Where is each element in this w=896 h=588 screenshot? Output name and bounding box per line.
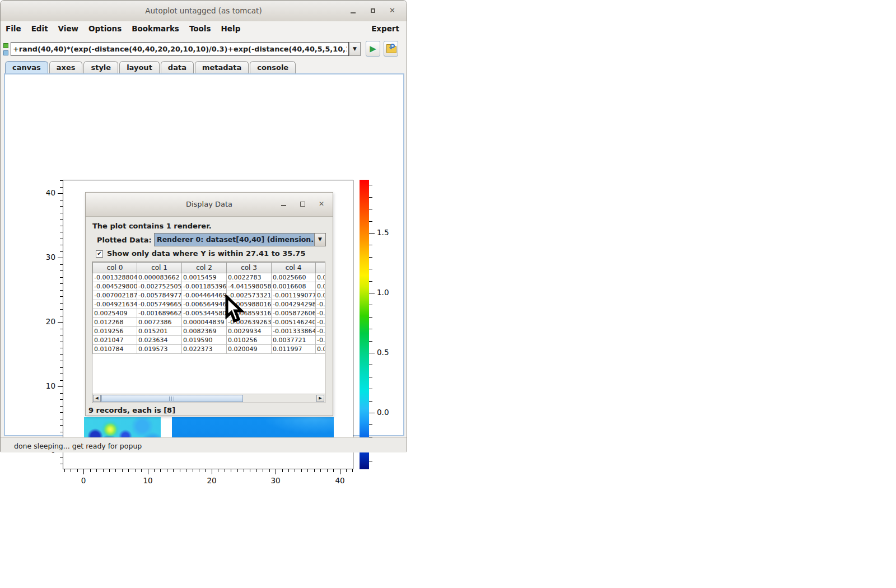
dialog-titlebar[interactable]: Display Data ✕ <box>86 193 333 217</box>
table-cell[interactable]: 0.00 <box>316 345 326 354</box>
table-cell[interactable]: -4.041598058... <box>227 282 272 291</box>
close-icon[interactable]: ✕ <box>388 7 397 15</box>
table-cell[interactable]: -0.004529800... <box>93 282 137 291</box>
scrollbar-thumb[interactable] <box>101 395 243 402</box>
menu-options[interactable]: Options <box>88 24 122 33</box>
colorbar-tick <box>369 269 372 269</box>
menu-help[interactable]: Help <box>221 24 241 33</box>
table-cell[interactable]: -0.001689662... <box>137 309 182 318</box>
tab-canvas[interactable]: canvas <box>5 61 48 73</box>
maximize-icon[interactable] <box>369 7 378 15</box>
table-cell[interactable]: -0.006564946... <box>182 300 227 309</box>
table-cell[interactable]: 0.023634 <box>137 336 182 345</box>
combobox-arrow-icon[interactable]: ▼ <box>314 234 325 246</box>
table-cell[interactable]: 0.019573 <box>137 345 182 354</box>
table-cell[interactable]: 0.0015459 <box>182 273 227 282</box>
menu-file[interactable]: File <box>6 24 21 33</box>
table-cell[interactable]: -0.001199077... <box>272 291 316 300</box>
table-cell[interactable]: -0.005146240... <box>272 318 316 327</box>
table-row[interactable]: -0.004529800...-0.002752505...-0.0011853… <box>93 282 326 291</box>
table-row[interactable]: 0.0192560.0152010.00823690.0029934-0.001… <box>93 327 326 336</box>
table-row[interactable]: 0.0107840.0195730.0223730.0200490.011997… <box>93 345 326 354</box>
table-cell[interactable]: -0.004464469... <box>182 291 227 300</box>
table-cell[interactable]: 0.021047 <box>93 336 137 345</box>
tab-console[interactable]: console <box>250 61 296 73</box>
table-cell[interactable]: -0.004294298... <box>272 300 316 309</box>
table-cell[interactable]: -0.0 <box>316 318 326 327</box>
scrollbar-right-arrow-icon[interactable]: ▶ <box>316 395 324 402</box>
table-cell[interactable]: 0.011997 <box>272 345 316 354</box>
uri-input[interactable] <box>11 42 349 56</box>
table-row[interactable]: -0.004921634...-0.005749665...-0.0065649… <box>93 300 326 309</box>
table-cell[interactable]: 0.019256 <box>93 327 137 336</box>
dialog-minimize-icon[interactable] <box>279 200 288 209</box>
table-cell[interactable]: 0.010784 <box>93 345 137 354</box>
minimize-icon[interactable] <box>349 7 358 15</box>
tab-axes[interactable]: axes <box>49 61 83 73</box>
table-cell[interactable]: 0.0072386 <box>137 318 182 327</box>
tab-data[interactable]: data <box>161 61 194 73</box>
table-cell[interactable]: 0.010256 <box>227 336 272 345</box>
table-cell[interactable]: -0.0 <box>316 327 326 336</box>
table-cell[interactable]: -0.005749665... <box>137 300 182 309</box>
y-filter-checkbox[interactable]: ✔ <box>96 250 103 258</box>
table-cell[interactable]: -0.005784977... <box>137 291 182 300</box>
scrollbar-left-arrow-icon[interactable]: ◀ <box>93 395 101 402</box>
table-cell[interactable]: 0.015201 <box>137 327 182 336</box>
table-cell[interactable]: 0.012268 <box>93 318 137 327</box>
table-cell[interactable]: -0.005872606... <box>272 309 316 318</box>
table-cell[interactable]: 0.0082369 <box>182 327 227 336</box>
y-axis-tick <box>60 290 63 291</box>
plot-canvas[interactable]: 0102030404030201001.51.00.50.0 Display D… <box>4 73 404 436</box>
table-cell[interactable]: 0.0029934 <box>227 327 272 336</box>
table-cell[interactable]: 0.00 <box>316 273 326 282</box>
table-row[interactable]: 0.0122680.00723860.000044839-0.002639263… <box>93 318 326 327</box>
menu-tools[interactable]: Tools <box>189 24 211 33</box>
y-axis-tick <box>60 251 63 252</box>
dialog-maximize-icon[interactable] <box>298 200 307 209</box>
table-row[interactable]: 0.0025409-0.001689662...-0.005344580...-… <box>93 309 326 318</box>
table-cell[interactable]: 0.020049 <box>227 345 272 354</box>
table-cell[interactable]: 0.0025409 <box>93 309 137 318</box>
table-cell[interactable]: 0.00 <box>316 282 326 291</box>
browse-data-button[interactable] <box>384 41 398 57</box>
table-cell[interactable]: 0.019590 <box>182 336 227 345</box>
table-cell[interactable]: 0.000083662 <box>137 273 182 282</box>
go-plot-button[interactable]: ▶ <box>366 41 380 57</box>
horizontal-scrollbar[interactable]: ◀ ▶ <box>92 394 325 403</box>
plotted-data-combobox[interactable]: Renderer 0: dataset[40,40] (dimension...… <box>154 233 326 246</box>
table-cell[interactable]: 0.0016608 <box>272 282 316 291</box>
table-cell[interactable]: -0.005344580... <box>182 309 227 318</box>
tab-metadata[interactable]: metadata <box>195 61 249 73</box>
table-row[interactable]: -0.007002187...-0.005784977...-0.0044644… <box>93 291 326 300</box>
table-cell[interactable]: 0.022373 <box>182 345 227 354</box>
menu-bookmarks[interactable]: Bookmarks <box>132 24 179 33</box>
expert-mode-toggle[interactable]: Expert <box>371 24 399 33</box>
table-cell[interactable]: 0.000044839 <box>182 318 227 327</box>
menu-view[interactable]: View <box>58 24 78 33</box>
table-cell[interactable]: -0.004921634... <box>93 300 137 309</box>
table-cell[interactable]: -0.0 <box>316 300 326 309</box>
table-cell[interactable]: -0.001333864... <box>272 327 316 336</box>
menu-edit[interactable]: Edit <box>31 24 48 33</box>
table-row[interactable]: -0.001328804...0.0000836620.00154590.002… <box>93 273 326 282</box>
colorbar-tick <box>369 245 372 245</box>
table-cell[interactable]: -0.007002187... <box>93 291 137 300</box>
colorbar-tick <box>369 377 372 377</box>
table-cell[interactable]: 0.0025660 <box>272 273 316 282</box>
table-cell[interactable]: -0.0 <box>316 309 326 318</box>
table-cell[interactable]: 0.00 <box>316 291 326 300</box>
table-cell[interactable]: -0.0 <box>316 336 326 345</box>
table-cell[interactable]: 0.0022783 <box>227 273 272 282</box>
table-cell[interactable]: -0.002752505... <box>137 282 182 291</box>
x-axis-tick <box>141 469 142 472</box>
tab-layout[interactable]: layout <box>119 61 160 73</box>
uri-history-dropdown-icon[interactable]: ▼ <box>349 42 361 56</box>
table-row[interactable]: 0.0210470.0236340.0195900.0102560.003772… <box>93 336 326 345</box>
tab-style[interactable]: style <box>83 61 118 73</box>
table-cell[interactable]: -0.001328804... <box>93 273 137 282</box>
table-cell[interactable]: 0.0037721 <box>272 336 316 345</box>
table-cell[interactable]: -0.001185396... <box>182 282 227 291</box>
window-titlebar[interactable]: Autoplot untagged (as tomcat) ✕ <box>1 1 407 22</box>
dialog-close-icon[interactable]: ✕ <box>318 200 326 209</box>
